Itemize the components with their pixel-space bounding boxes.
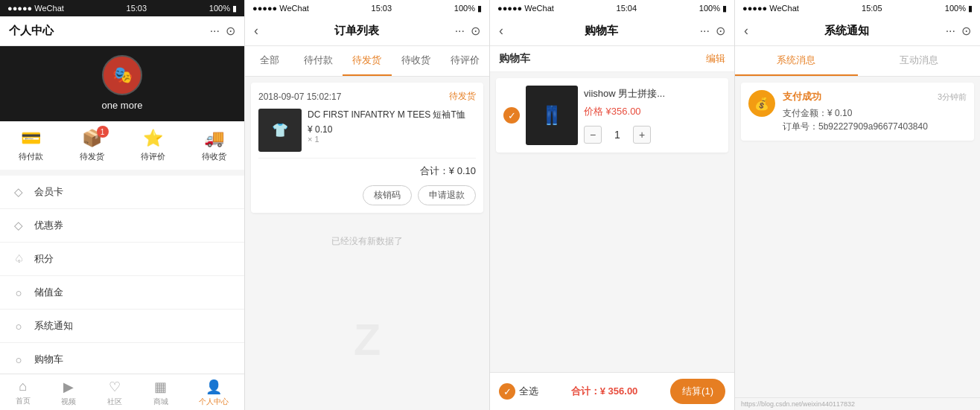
- notif-amount: 支付金额：¥ 0.10: [783, 106, 967, 120]
- order-icon-pending-receive[interactable]: 🚚 待收货: [202, 129, 226, 162]
- menu-item-balance[interactable]: ○ 储值金: [0, 276, 244, 310]
- tab-video[interactable]: ▶ 视频: [61, 379, 76, 407]
- cart-label: 购物车: [34, 353, 63, 366]
- signal-1: ●●●●● WeChat: [7, 4, 64, 13]
- nav-title-1: 个人中心: [9, 24, 54, 38]
- tab-pay[interactable]: 待付款: [294, 46, 343, 76]
- select-all-label: 全选: [519, 385, 538, 398]
- tab-receive[interactable]: 待收货: [392, 46, 441, 76]
- scan-icon-3[interactable]: ⊙: [716, 24, 725, 38]
- more-icon-4[interactable]: ···: [946, 25, 955, 38]
- vip-icon: ◇: [12, 185, 25, 199]
- tab-profile[interactable]: 👤 个人中心: [199, 379, 229, 407]
- cart-content: ✓ 👖 viishow 男士拼接... 价格 ¥356.00 − 1 +: [490, 72, 734, 372]
- time-2: 15:03: [372, 4, 392, 13]
- product-image: 👕: [258, 109, 302, 152]
- menu-item-vip[interactable]: ◇ 会员卡: [0, 176, 244, 209]
- cart-item-name: viishow 男士拼接...: [584, 87, 721, 100]
- order-card-header: 2018-09-07 15:02:17 待发货: [258, 90, 476, 103]
- tab-home[interactable]: ⌂ 首页: [16, 379, 31, 407]
- tab-community[interactable]: ♡ 社区: [107, 379, 122, 407]
- order-icons: 💳 待付款 📦 1 待发货 ⭐ 待评价 🚚 待收货: [0, 121, 244, 176]
- order-icon-pending-payment[interactable]: 💳 待付款: [19, 129, 43, 162]
- time-1: 15:03: [127, 4, 147, 13]
- avatar[interactable]: 🎭: [102, 55, 142, 95]
- mall-tab-icon: ▦: [154, 379, 167, 395]
- order-status: 待发货: [449, 90, 476, 103]
- qty-increase-btn[interactable]: +: [633, 126, 651, 144]
- back-btn-2[interactable]: ‹: [254, 23, 258, 39]
- product-price: ¥ 0.10: [308, 124, 476, 135]
- time-3: 15:04: [617, 4, 637, 13]
- watermark: Z: [354, 314, 381, 365]
- signal-4: ●●●●● WeChat: [742, 4, 799, 13]
- video-tab-label: 视频: [61, 397, 76, 407]
- cart-checkbox[interactable]: ✓: [503, 107, 520, 124]
- profile-tab-icon: 👤: [206, 379, 222, 395]
- checkout-btn[interactable]: 结算(1): [670, 379, 725, 404]
- balance-icon: ○: [12, 286, 25, 299]
- panel-notifications: ●●●●● WeChat 15:05 100% ▮ ‹ 系统通知 ··· ⊙ 系…: [735, 0, 980, 410]
- tab-ship[interactable]: 待发货: [343, 46, 392, 76]
- pending-ship-label: 待发货: [80, 151, 104, 162]
- order-total: 合计：¥ 0.10: [258, 158, 476, 178]
- tab-interactive-msg[interactable]: 互动消息: [858, 46, 981, 76]
- order-actions: 核销码 申请退款: [258, 185, 476, 205]
- notif-body: 支付金额：¥ 0.10 订单号：5b92227909a96677403840: [783, 106, 967, 133]
- cart-title-label: 购物车: [499, 52, 530, 65]
- notif-time: 3分钟前: [938, 92, 967, 103]
- cart-total-value: ¥ 356.00: [600, 385, 638, 397]
- menu-item-notif[interactable]: ○ 系统通知: [0, 310, 244, 343]
- menu-item-coupon[interactable]: ◇ 优惠券: [0, 209, 244, 243]
- payment-notif-icon: 💰: [748, 90, 775, 117]
- select-all-checkbox[interactable]: ✓: [499, 383, 515, 400]
- scan-icon-2[interactable]: ⊙: [471, 24, 480, 38]
- cart-product-image: 👖: [526, 86, 578, 145]
- more-icon-1[interactable]: ···: [210, 25, 220, 38]
- status-bar-4: ●●●●● WeChat 15:05 100% ▮: [735, 0, 980, 16]
- nav-bar-2: ‹ 订单列表 ··· ⊙: [245, 16, 489, 46]
- notif-list: 💰 支付成功 3分钟前 支付金额：¥ 0.10 订单号：5b92227909a9…: [735, 77, 980, 397]
- order-icon-pending-ship[interactable]: 📦 1 待发货: [80, 129, 104, 162]
- product-qty: × 1: [308, 135, 476, 144]
- nav-title-2: 订单列表: [334, 24, 379, 38]
- nav-icons-3: ··· ⊙: [700, 24, 725, 38]
- panel-orders: ●●●●● WeChat 15:03 100% ▮ ‹ 订单列表 ··· ⊙ 全…: [245, 0, 490, 410]
- order-icon-pending-review[interactable]: ⭐ 待评价: [141, 129, 165, 162]
- qty-decrease-btn[interactable]: −: [584, 126, 602, 144]
- scan-icon-4[interactable]: ⊙: [961, 24, 971, 38]
- select-all-control[interactable]: ✓ 全选: [499, 383, 538, 400]
- menu-item-cart[interactable]: ○ 购物车: [0, 343, 244, 374]
- menu-item-points[interactable]: ♤ 积分: [0, 243, 244, 276]
- bottom-tab-1: ⌂ 首页 ▶ 视频 ♡ 社区 ▦ 商城 👤 个人中心: [0, 374, 244, 410]
- cart-icon: ○: [12, 353, 25, 366]
- edit-btn[interactable]: 编辑: [706, 52, 725, 65]
- refund-btn[interactable]: 申请退款: [418, 185, 476, 205]
- nav-title-4: 系统通知: [824, 24, 869, 38]
- cart-total: 合计：¥ 356.00: [546, 385, 663, 398]
- back-btn-3[interactable]: ‹: [499, 23, 503, 39]
- cart-item: ✓ 👖 viishow 男士拼接... 价格 ¥356.00 − 1 +: [496, 78, 728, 153]
- ship-badge: 1: [97, 126, 109, 138]
- mall-tab-label: 商城: [153, 397, 168, 407]
- battery-4: 100% ▮: [945, 4, 973, 13]
- pending-payment-label: 待付款: [19, 151, 43, 162]
- cart-bottom: ✓ 全选 合计：¥ 356.00 结算(1): [490, 372, 734, 410]
- more-icon-2[interactable]: ···: [455, 25, 465, 38]
- status-bar-3: ●●●●● WeChat 15:04 100% ▮: [490, 0, 734, 16]
- order-list: Z 2018-09-07 15:02:17 待发货 👕 DC FIRST INF…: [245, 77, 489, 410]
- tab-mall[interactable]: ▦ 商城: [153, 379, 168, 407]
- tab-review[interactable]: 待评价: [440, 46, 489, 76]
- signal-2: ●●●●● WeChat: [252, 4, 309, 13]
- more-icon-3[interactable]: ···: [700, 25, 710, 38]
- home-tab-label: 首页: [16, 396, 31, 406]
- home-tab-icon: ⌂: [19, 379, 27, 394]
- nav-bar-4: ‹ 系统通知 ··· ⊙: [735, 16, 980, 46]
- payment-icon: 💳: [21, 129, 41, 148]
- tab-system-msg[interactable]: 系统消息: [735, 46, 858, 76]
- tab-all[interactable]: 全部: [245, 46, 294, 76]
- scan-icon-1[interactable]: ⊙: [226, 24, 235, 38]
- verify-code-btn[interactable]: 核销码: [363, 185, 412, 205]
- username: one more: [102, 100, 143, 111]
- back-btn-4[interactable]: ‹: [744, 23, 748, 39]
